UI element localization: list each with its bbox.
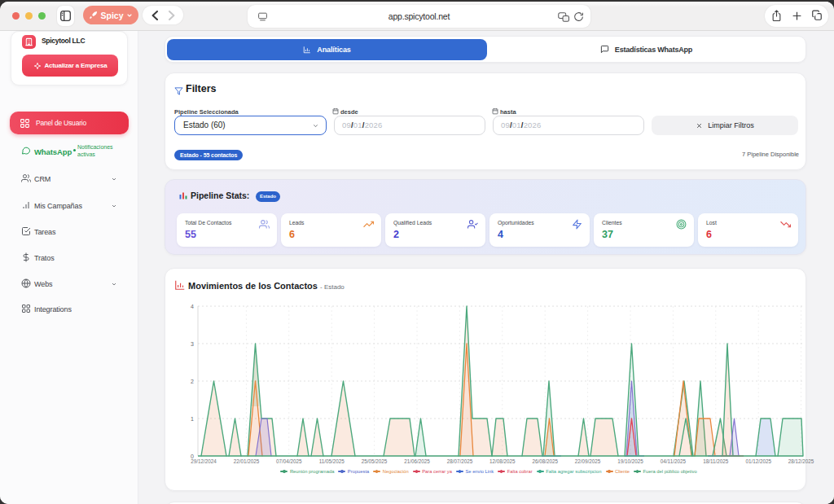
svg-text:04/11/2025: 04/11/2025 <box>661 458 687 464</box>
svg-text:21/06/2025: 21/06/2025 <box>404 458 430 464</box>
svg-text:26/08/2025: 26/08/2025 <box>532 458 558 464</box>
svg-text:22/09/2025: 22/09/2025 <box>575 458 601 464</box>
svg-text:12/08/2025: 12/08/2025 <box>489 458 516 464</box>
svg-text:2: 2 <box>191 379 194 384</box>
svg-text:3: 3 <box>191 341 194 347</box>
svg-text:28/12/2025: 28/12/2025 <box>788 458 814 464</box>
svg-text:07/04/2025: 07/04/2025 <box>276 458 302 464</box>
svg-text:19/10/2025: 19/10/2025 <box>617 458 643 464</box>
svg-text:22/01/2025: 22/01/2025 <box>234 458 260 464</box>
svg-text:29/12/2024: 29/12/2024 <box>191 458 217 464</box>
svg-text:01/12/2025: 01/12/2025 <box>745 458 771 464</box>
svg-text:28/07/2025: 28/07/2025 <box>447 458 473 464</box>
svg-text:4: 4 <box>191 304 194 309</box>
svg-text:11/05/2025: 11/05/2025 <box>319 458 345 464</box>
svg-text:18/11/2025: 18/11/2025 <box>703 458 729 464</box>
svg-text:25/05/2025: 25/05/2025 <box>362 458 388 464</box>
svg-text:1: 1 <box>191 416 194 422</box>
